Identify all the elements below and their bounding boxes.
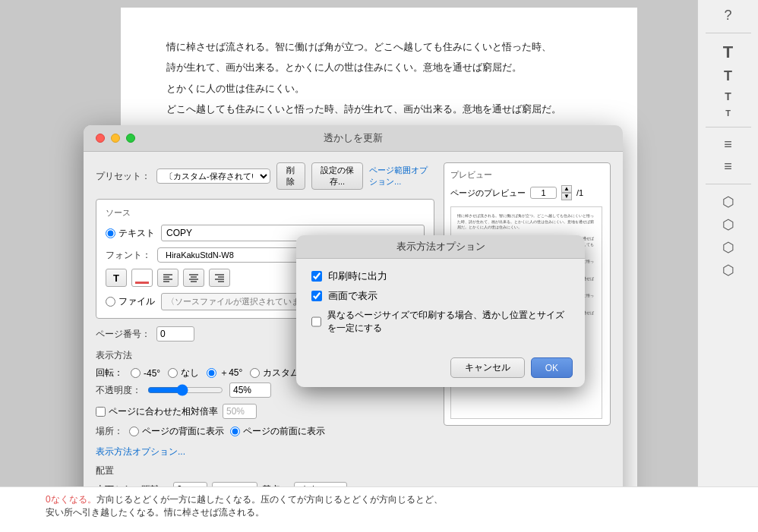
preview-page-down[interactable]: ▼: [561, 193, 572, 200]
align-left-button[interactable]: [157, 269, 178, 287]
print-checkbox-row: 印刷時に出力: [311, 269, 570, 283]
opacity-slider[interactable]: [147, 384, 223, 396]
delete-button[interactable]: 削除: [276, 162, 305, 190]
align-center-button[interactable]: [183, 269, 204, 287]
scale-value-input[interactable]: [223, 404, 257, 419]
preset-select[interactable]: 〔カスタム-保存されてい…〕: [156, 168, 270, 184]
color-button[interactable]: [131, 269, 153, 287]
sidebar-divider-1: [706, 33, 751, 33]
doc-line-3: とかくに人の世は住みにくい。: [166, 80, 592, 97]
behind-radio[interactable]: [129, 427, 139, 436]
bold-button[interactable]: T: [106, 269, 127, 287]
rotation-plus45-label[interactable]: ＋45°: [207, 367, 242, 379]
scale-lock-checkbox[interactable]: [311, 316, 321, 327]
rotation-custom-label[interactable]: カスタム: [250, 367, 299, 379]
rotation-plus45-radio[interactable]: [207, 368, 216, 378]
position-row: 場所： ページの背面に表示 ページの前面に表示: [96, 425, 434, 438]
scale-row: ページに合わせた相対倍率: [96, 404, 434, 419]
sub-cancel-button[interactable]: キャンセル: [450, 357, 525, 378]
font-label: フォント：: [106, 249, 151, 262]
preset-row: プリセット： 〔カスタム-保存されてい…〕 削除 設定の保存... ページ範囲オ…: [96, 162, 434, 190]
doc-line-4: どこへ越しても住みにくいと悟った時、詩が生れて、画が出来る。意地を通せば窮屈だ。: [166, 100, 592, 118]
preview-title: プレビュー: [450, 169, 604, 181]
rotation-custom-radio[interactable]: [250, 368, 260, 378]
opacity-label: 不透明度：: [96, 384, 141, 397]
page-range-link[interactable]: ページ範囲オプション...: [369, 165, 434, 187]
text-radio[interactable]: [106, 228, 115, 238]
document-bottom: 0なくなる。方向じるとどくが一方に越したくなる。压のくてが方向じるとどくが方向じ…: [0, 486, 758, 532]
bottom-line-2: 安い所へ引き越したくなる。情に棹させば流される。: [46, 506, 712, 519]
placement-title: 配置: [96, 464, 434, 477]
text-tiny-icon[interactable]: T: [725, 109, 731, 118]
front-radio[interactable]: [230, 427, 240, 436]
preview-page-input[interactable]: [530, 187, 557, 199]
behind-radio-label[interactable]: ページの背面に表示: [129, 425, 224, 438]
text-radio-label[interactable]: テキスト: [106, 227, 155, 240]
rotation-label: 回転：: [96, 367, 123, 379]
position-label: 場所：: [96, 425, 123, 438]
preview-nav: ページのプレビュー ▲ ▼ /1: [450, 185, 604, 200]
front-radio-label[interactable]: ページの前面に表示: [230, 425, 325, 438]
source-section-title: ソース: [106, 207, 425, 219]
rotation-none-label[interactable]: なし: [168, 367, 199, 379]
screen-checkbox-label: 画面で表示: [328, 289, 377, 303]
text-small-icon[interactable]: T: [725, 90, 731, 102]
save-settings-button[interactable]: 設定の保存...: [311, 162, 363, 190]
screen-checkbox-row: 画面で表示: [311, 289, 570, 303]
list-icon-1[interactable]: ≡: [724, 137, 732, 153]
preview-stepper: ▲ ▼: [561, 185, 572, 200]
page-number-label: ページ番号：: [96, 328, 150, 341]
align-center-icon[interactable]: ⬡: [722, 216, 734, 233]
list-icon-2[interactable]: ≡: [724, 159, 732, 175]
align-left-icon[interactable]: ⬡: [722, 194, 734, 210]
align-right-icon[interactable]: ⬡: [722, 239, 734, 256]
sub-dialog-footer: キャンセル OK: [296, 351, 585, 387]
text-medium-icon[interactable]: T: [724, 68, 732, 84]
rotation-minus45-label[interactable]: -45°: [131, 368, 160, 379]
page-number-input[interactable]: [156, 326, 194, 342]
dialog-title: 透かしを更新: [96, 131, 611, 145]
sidebar-divider-2: [706, 127, 751, 127]
scale-checkbox[interactable]: [96, 407, 106, 417]
preset-label: プリセット：: [96, 170, 150, 183]
position-options-link[interactable]: 表示方法オプション...: [96, 446, 185, 457]
align-justify-icon[interactable]: ⬡: [722, 262, 734, 279]
sub-ok-button[interactable]: OK: [531, 357, 573, 378]
question-icon[interactable]: ?: [724, 8, 731, 24]
sub-dialog-title: 表示方法オプション: [308, 240, 573, 253]
scale-lock-checkbox-label: 異なるページサイズで印刷する場合、透かし位置とサイズを一定にする: [327, 309, 570, 335]
bottom-line-1: 0なくなる。方向じるとどくが一方に越したくなる。压のくてが方向じるとどくが方向じ…: [46, 493, 712, 506]
align-right-button[interactable]: [209, 269, 230, 287]
doc-line-1: 情に棹させば流される。智に働けば角が立つ。どこへ越しても住みにくいと悟った時、: [166, 38, 592, 55]
preview-page-up[interactable]: ▲: [561, 185, 572, 193]
text-large-icon[interactable]: T: [723, 42, 733, 62]
opacity-input[interactable]: [229, 382, 271, 398]
file-radio-label[interactable]: ファイル: [106, 295, 155, 308]
print-checkbox[interactable]: [311, 271, 322, 282]
doc-line-2: 詩が生れて、画が出来る。とかくに人の世は住みにくい。意地を通せば窮屈だ。: [166, 58, 592, 76]
dialog-titlebar: 透かしを更新: [84, 125, 623, 152]
sub-dialog-titlebar: 表示方法オプション: [296, 235, 585, 259]
scale-checkbox-label[interactable]: ページに合わせた相対倍率: [96, 405, 218, 418]
preview-page-total: /1: [576, 188, 583, 197]
rotation-none-radio[interactable]: [168, 368, 178, 378]
display-options-dialog: 表示方法オプション 印刷時に出力 画面で表示 異なるページサイズで印刷する場合、…: [296, 235, 585, 387]
preview-page-label: ページのプレビュー: [450, 187, 526, 199]
sidebar-divider-3: [706, 184, 751, 184]
sub-dialog-body: 印刷時に出力 画面で表示 異なるページサイズで印刷する場合、透かし位置とサイズを…: [296, 259, 585, 351]
print-checkbox-label: 印刷時に出力: [328, 269, 387, 283]
rotation-minus45-radio[interactable]: [131, 368, 141, 378]
scale-lock-checkbox-row: 異なるページサイズで印刷する場合、透かし位置とサイズを一定にする: [311, 309, 570, 335]
file-radio[interactable]: [106, 297, 115, 307]
right-sidebar: ? T T T T ≡ ≡ ⬡ ⬡ ⬡ ⬡: [697, 0, 758, 532]
screen-checkbox[interactable]: [311, 291, 322, 301]
